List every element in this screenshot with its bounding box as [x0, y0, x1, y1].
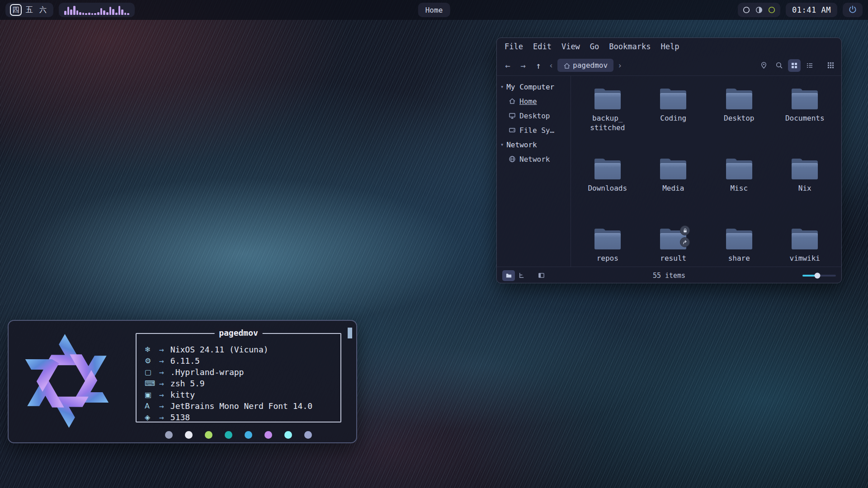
breadcrumb-next-icon[interactable]: › — [616, 61, 623, 70]
menu-edit[interactable]: Edit — [529, 40, 556, 53]
fetch-row-value: zsh 5.9 — [170, 379, 205, 388]
power-icon — [848, 5, 857, 15]
nixos-logo-icon: ❄ — [145, 345, 158, 354]
workspace-switcher[interactable]: 四五六 — [5, 3, 53, 17]
folder-icon — [660, 159, 686, 179]
items-count: 55 items — [653, 272, 685, 280]
breadcrumb-path-button[interactable]: pagedmov — [557, 59, 613, 72]
folder-item-desktop[interactable]: Desktop — [706, 87, 772, 157]
folder-icon — [726, 159, 752, 179]
visualizer-bar — [79, 12, 81, 15]
folder-item-vimwiki[interactable]: vimwiki — [772, 227, 838, 267]
arrow-icon: → — [159, 390, 164, 399]
sidebar-item-home[interactable]: Home — [497, 94, 571, 108]
fetch-row-value: JetBrains Mono Nerd Font 14.0 — [170, 401, 312, 411]
folder-item-backup_-stitched[interactable]: backup_ stitched — [575, 87, 641, 157]
folder-icon — [594, 89, 621, 109]
workspace-button-3[interactable]: 六 — [37, 4, 49, 16]
half-circle-icon[interactable] — [755, 6, 763, 14]
folder-tab — [660, 159, 671, 163]
visualizer-bar — [112, 9, 114, 15]
folder-icon — [660, 89, 686, 109]
menu-bookmarks[interactable]: Bookmarks — [605, 40, 655, 53]
arrow-icon: → — [159, 401, 164, 411]
terminal-color-palette — [136, 431, 341, 439]
tree-pane-icon[interactable] — [515, 270, 528, 281]
sidebar-item-network[interactable]: Network — [497, 152, 571, 166]
folder-icon — [792, 159, 818, 179]
sidebar-section-header[interactable]: ▾ My Computer — [497, 80, 571, 94]
nixos-logo — [19, 333, 115, 431]
folder-item-media[interactable]: Media — [641, 157, 707, 227]
apps-grid-icon[interactable] — [824, 59, 837, 72]
menu-help[interactable]: Help — [656, 40, 683, 53]
folder-item-result[interactable]: result — [641, 227, 707, 267]
folder-item-share[interactable]: share — [706, 227, 772, 267]
folder-item-nix[interactable]: Nix — [772, 157, 838, 227]
folder-label: share — [728, 254, 750, 263]
palette-swatch — [225, 431, 232, 439]
circle-outline-icon[interactable] — [742, 6, 750, 14]
workspace-button-2[interactable]: 五 — [24, 4, 35, 16]
power-button[interactable] — [843, 3, 863, 17]
menu-bar: FileEditViewGoBookmarksHelp — [497, 38, 841, 55]
arrow-icon: → — [159, 413, 164, 422]
back-button[interactable]: ← — [501, 59, 514, 72]
workspace-button-1[interactable]: 四 — [10, 4, 22, 16]
palette-swatch — [165, 431, 173, 439]
grid-view-icon[interactable] — [788, 59, 801, 72]
green-circle-icon[interactable] — [768, 6, 776, 14]
folder-item-repos[interactable]: repos — [575, 227, 641, 267]
zoom-slider-handle[interactable] — [815, 272, 821, 278]
menu-file[interactable]: File — [500, 40, 527, 53]
arrow-icon: → — [159, 379, 164, 388]
folder-icon — [594, 229, 621, 249]
clock[interactable]: 01:41 AM — [786, 3, 837, 17]
font-icon: A — [145, 402, 158, 410]
folder-tab — [792, 89, 802, 93]
visualizer-bar — [88, 13, 90, 15]
split-panel-icon[interactable] — [535, 270, 547, 281]
breadcrumb-path-label: pagedmov — [573, 61, 608, 70]
folder-pane-icon[interactable] — [502, 270, 515, 281]
list-view-icon[interactable] — [803, 59, 816, 72]
search-icon[interactable] — [773, 59, 785, 72]
breadcrumb-prev-icon[interactable]: ‹ — [547, 61, 555, 70]
active-window-title[interactable]: Home — [418, 3, 450, 17]
sidebar-section-header[interactable]: ▾ Network — [497, 137, 571, 152]
audio-visualizer[interactable] — [59, 3, 135, 17]
folder-tab — [594, 229, 605, 233]
fetch-info-box: pagedmov ❄ → NixOS 24.11 (Vicuna) ⚙ → 6.… — [136, 333, 341, 422]
folder-item-coding[interactable]: Coding — [641, 87, 707, 157]
folder-grid[interactable]: backup_ stitched Coding Desktop Document… — [571, 76, 841, 267]
sidebar-item-desktop[interactable]: Desktop — [497, 108, 571, 123]
sidebar-item-label: File Sy… — [519, 126, 554, 135]
location-pin-icon[interactable] — [757, 59, 770, 72]
folder-item-misc[interactable]: Misc — [706, 157, 772, 227]
fetch-row: ❄ → NixOS 24.11 (Vicuna) — [145, 344, 340, 355]
fetch-row: ⚙ → 6.11.5 — [145, 355, 340, 366]
file-manager-window: FileEditViewGoBookmarksHelp ← → ↑ ‹ page… — [496, 38, 842, 283]
forward-button[interactable]: → — [517, 59, 529, 72]
desktop-icon — [509, 112, 516, 119]
folder-item-downloads[interactable]: Downloads — [575, 157, 641, 227]
menu-go[interactable]: Go — [586, 40, 603, 53]
visualizer-bar — [121, 9, 123, 15]
terminal-window[interactable]: pagedmov ❄ → NixOS 24.11 (Vicuna) ⚙ → 6.… — [8, 320, 357, 443]
folder-front — [792, 233, 818, 249]
home-icon — [563, 62, 570, 69]
folder-front — [726, 93, 752, 109]
fetch-row: ◈ → 5138 — [145, 412, 340, 423]
arrow-icon: → — [159, 356, 164, 366]
sidebar-item-filesy[interactable]: File Sy… — [497, 123, 571, 137]
network-icon — [509, 155, 516, 163]
zoom-slider[interactable] — [802, 275, 836, 277]
folder-front — [594, 163, 621, 179]
palette-swatch — [185, 431, 193, 439]
up-button[interactable]: ↑ — [532, 59, 545, 72]
sidebar-item-label: Network — [519, 155, 550, 164]
shell-icon: ⌨ — [145, 379, 158, 388]
menu-view[interactable]: View — [557, 40, 584, 53]
folder-item-documents[interactable]: Documents — [772, 87, 838, 157]
palette-swatch — [304, 431, 312, 439]
